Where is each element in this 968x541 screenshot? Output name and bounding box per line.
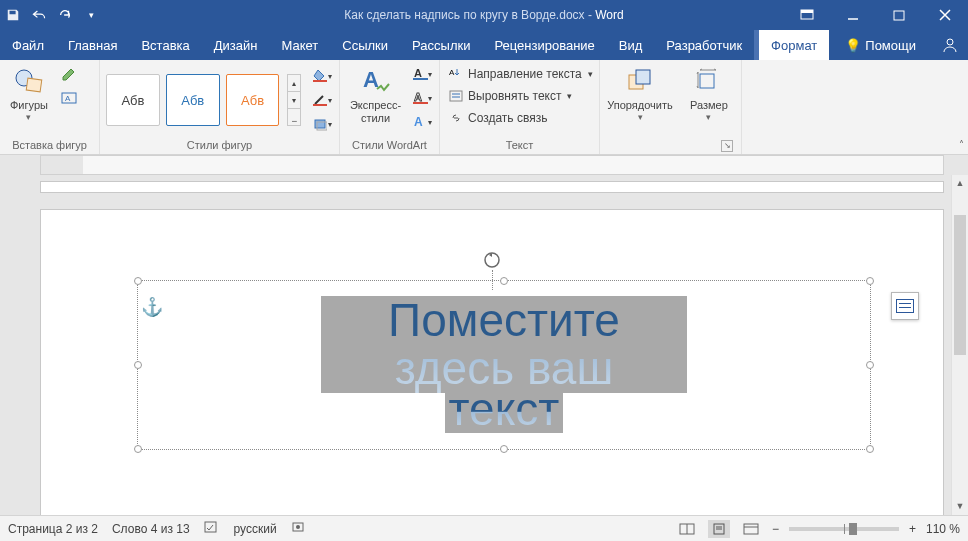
zoom-out[interactable]: − — [772, 522, 779, 536]
svg-rect-25 — [700, 74, 714, 88]
shape-style-1[interactable]: Абв — [106, 74, 160, 126]
rotation-handle[interactable] — [482, 250, 502, 270]
svg-rect-35 — [744, 524, 758, 534]
horizontal-ruler[interactable] — [40, 155, 944, 175]
zoom-in[interactable]: + — [909, 522, 916, 536]
resize-handle-b[interactable] — [500, 445, 508, 453]
group-size: ↘ — [686, 137, 735, 154]
svg-rect-10 — [313, 104, 327, 106]
ribbon-options-icon[interactable] — [784, 0, 830, 30]
tab-view[interactable]: Вид — [607, 30, 655, 60]
view-web-layout[interactable] — [740, 520, 762, 538]
close-button[interactable] — [922, 0, 968, 30]
create-link-button[interactable]: Создать связь — [446, 107, 549, 129]
tell-me[interactable]: 💡 Помощи — [829, 30, 932, 60]
align-text-icon — [448, 88, 464, 104]
resize-handle-bl[interactable] — [134, 445, 142, 453]
lightbulb-icon: 💡 — [845, 38, 861, 53]
wordart-line1: Поместите здесь ваш — [327, 296, 681, 393]
ribbon-tabs: Файл Главная Вставка Дизайн Макет Ссылки… — [0, 30, 968, 60]
status-page[interactable]: Страница 2 из 2 — [8, 522, 98, 536]
group-text: Текст — [446, 137, 593, 154]
align-text-button[interactable]: Выровнять текст▾ — [446, 85, 574, 107]
edit-shape-icon[interactable] — [58, 63, 80, 85]
shape-style-2[interactable]: Абв — [166, 74, 220, 126]
quick-styles-button[interactable]: A Экспресс- стили — [346, 63, 405, 127]
shapes-label: Фигуры — [10, 99, 48, 112]
svg-rect-24 — [636, 70, 650, 84]
tab-mailings[interactable]: Рассылки — [400, 30, 482, 60]
size-button[interactable]: Размер▾ — [686, 63, 732, 125]
zoom-percent[interactable]: 110 % — [926, 522, 960, 536]
shapes-button[interactable]: Фигуры ▾ — [6, 63, 52, 125]
text-outline-icon[interactable]: A▾ — [411, 87, 433, 109]
text-direction-button[interactable]: A Направление текста▾ — [446, 63, 595, 85]
minimize-button[interactable] — [830, 0, 876, 30]
size-icon — [693, 65, 725, 97]
vertical-scrollbar[interactable]: ▲▼ — [951, 175, 968, 515]
shape-fill-icon[interactable]: ▾ — [311, 65, 333, 87]
wordart-style-icon: A — [360, 65, 392, 97]
tab-format[interactable]: Формат — [759, 30, 829, 60]
maximize-button[interactable] — [876, 0, 922, 30]
macro-rec-icon[interactable] — [291, 520, 305, 537]
arrange-icon — [624, 65, 656, 97]
group-wordart-styles: Стили WordArt — [346, 137, 433, 154]
tab-developer[interactable]: Разработчик — [654, 30, 754, 60]
shape-effects-icon[interactable]: ▾ — [311, 113, 333, 135]
tab-insert[interactable]: Вставка — [129, 30, 201, 60]
text-fill-icon[interactable]: A▾ — [411, 63, 433, 85]
qat-save[interactable] — [0, 0, 26, 30]
shape-style-gallery-scroll[interactable]: ▴▾⎯ — [287, 74, 301, 126]
shape-style-3[interactable]: Абв — [226, 74, 280, 126]
collapse-ribbon-icon[interactable]: ˄ — [959, 139, 964, 150]
qat-customize[interactable]: ▾ — [78, 0, 104, 30]
document-area: ⚓ Поместите здесь ваш текст — [0, 175, 968, 535]
title-bar: ▾ Как сделать надпись по кругу в Ворде.d… — [0, 0, 968, 30]
arrange-button[interactable]: Упорядочить▾ — [606, 63, 674, 125]
wordart-object[interactable]: Поместите здесь ваш текст — [321, 296, 687, 433]
svg-text:A: A — [414, 115, 423, 129]
proofing-icon[interactable] — [204, 520, 220, 537]
tab-references[interactable]: Ссылки — [330, 30, 400, 60]
text-box-icon[interactable]: A — [58, 87, 80, 109]
wordart-selection[interactable]: Поместите здесь ваш текст — [137, 280, 871, 450]
svg-text:A: A — [65, 94, 71, 103]
svg-rect-27 — [205, 522, 216, 532]
view-print-layout[interactable] — [708, 520, 730, 538]
size-launcher[interactable]: ↘ — [721, 140, 733, 152]
resize-handle-t[interactable] — [500, 277, 508, 285]
shape-outline-icon[interactable]: ▾ — [311, 89, 333, 111]
tab-file[interactable]: Файл — [0, 30, 56, 60]
app-name: Word — [595, 8, 623, 22]
resize-handle-br[interactable] — [866, 445, 874, 453]
resize-handle-tl[interactable] — [134, 277, 142, 285]
zoom-slider[interactable] — [789, 527, 899, 531]
doc-name: Как сделать надпись по кругу в Ворде.doc… — [344, 8, 584, 22]
text-effects-icon[interactable]: A▾ — [411, 111, 433, 133]
svg-text:A: A — [414, 67, 422, 79]
qat-undo[interactable] — [26, 0, 52, 30]
quick-styles-label: Экспресс- стили — [350, 99, 401, 125]
tab-home[interactable]: Главная — [56, 30, 129, 60]
svg-text:A: A — [449, 68, 455, 77]
status-language[interactable]: русский — [234, 522, 277, 536]
layout-options-button[interactable] — [891, 292, 919, 320]
group-shape-styles: Стили фигур — [106, 137, 333, 154]
tell-me-label: Помощи — [865, 38, 916, 53]
svg-rect-9 — [313, 80, 327, 82]
tab-design[interactable]: Дизайн — [202, 30, 270, 60]
link-icon — [448, 110, 464, 126]
qat-redo[interactable] — [52, 0, 78, 30]
resize-handle-r[interactable] — [866, 361, 874, 369]
shapes-icon — [13, 65, 45, 97]
resize-handle-tr[interactable] — [866, 277, 874, 285]
resize-handle-l[interactable] — [134, 361, 142, 369]
tab-review[interactable]: Рецензирование — [482, 30, 606, 60]
account-icon[interactable] — [932, 30, 968, 60]
status-words[interactable]: Слово 4 из 13 — [112, 522, 190, 536]
page[interactable]: ⚓ Поместите здесь ваш текст — [40, 209, 944, 519]
view-read-mode[interactable] — [676, 520, 698, 538]
tab-layout[interactable]: Макет — [269, 30, 330, 60]
vertical-ruler[interactable] — [0, 175, 40, 535]
